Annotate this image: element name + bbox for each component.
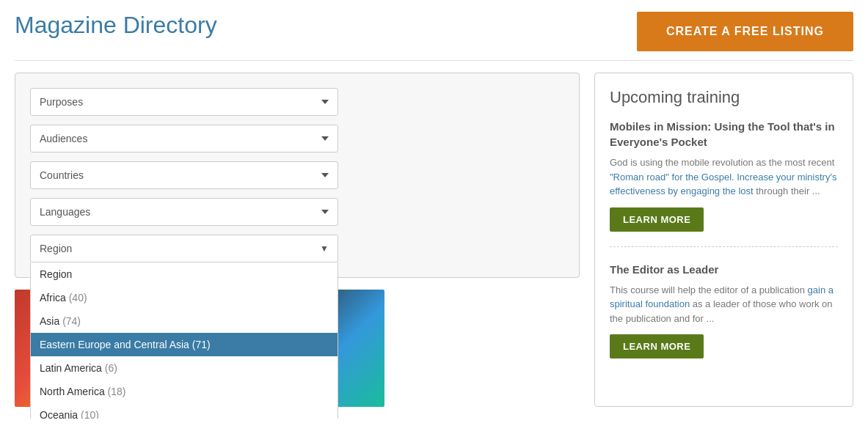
region-option-africa[interactable]: Africa (40) bbox=[31, 286, 338, 309]
training-item-2-desc: This course will help the editor of a pu… bbox=[610, 283, 838, 326]
region-option-asia[interactable]: Asia (74) bbox=[31, 309, 338, 333]
training-item-1: Mobiles in Mission: Using the Tool that'… bbox=[610, 119, 838, 247]
training-item-1-title: Mobiles in Mission: Using the Tool that'… bbox=[610, 119, 838, 150]
highlight-text: "Roman road" for the Gospel. Increase yo… bbox=[610, 172, 836, 197]
training-item-2-title: The Editor as Leader bbox=[610, 262, 838, 277]
region-dropdown-list: Region Africa (40) Asia (74) Eastern Eur… bbox=[30, 262, 338, 419]
region-dropdown-wrapper: Region ▼ Region Africa (40) Asia (74) Ea… bbox=[30, 235, 338, 262]
region-option-region[interactable]: Region bbox=[31, 262, 338, 286]
upcoming-training-title: Upcoming training bbox=[610, 88, 838, 107]
audiences-select[interactable]: Audiences bbox=[30, 125, 338, 152]
region-option-eastern-europe[interactable]: Eastern Europe and Central Asia (71) bbox=[31, 333, 338, 356]
learn-more-button-2[interactable]: LEARN MORE bbox=[610, 334, 704, 358]
learn-more-button-1[interactable]: LEARN MORE bbox=[610, 207, 704, 232]
left-panel: Purposes Audiences Countries Languages R… bbox=[15, 73, 580, 407]
countries-select[interactable]: Countries bbox=[30, 161, 338, 189]
training-item-1-desc: God is using the mobile revolution as th… bbox=[610, 155, 838, 199]
training-item-2: The Editor as Leader This course will he… bbox=[610, 262, 838, 374]
region-option-latin-america[interactable]: Latin America (6) bbox=[31, 356, 338, 380]
create-listing-button[interactable]: CREATE A FREE LISTING bbox=[637, 12, 853, 51]
purposes-select[interactable]: Purposes bbox=[30, 88, 338, 116]
region-option-north-america[interactable]: North America (18) bbox=[31, 380, 338, 403]
chevron-down-icon: ▼ bbox=[320, 243, 329, 254]
region-trigger-label: Region bbox=[40, 243, 72, 254]
languages-select[interactable]: Languages bbox=[30, 198, 338, 226]
main-content: Purposes Audiences Countries Languages R… bbox=[15, 73, 853, 407]
region-option-oceania[interactable]: Oceania (10) bbox=[31, 403, 338, 419]
site-title: Magazine Directory bbox=[15, 12, 217, 39]
filter-box: Purposes Audiences Countries Languages R… bbox=[15, 73, 580, 278]
header-row: Magazine Directory CREATE A FREE LISTING bbox=[15, 12, 853, 61]
right-panel: Upcoming training Mobiles in Mission: Us… bbox=[594, 73, 853, 407]
region-select-trigger[interactable]: Region ▼ bbox=[30, 235, 338, 262]
highlight-text-2: gain a spiritual foundation bbox=[610, 284, 834, 310]
